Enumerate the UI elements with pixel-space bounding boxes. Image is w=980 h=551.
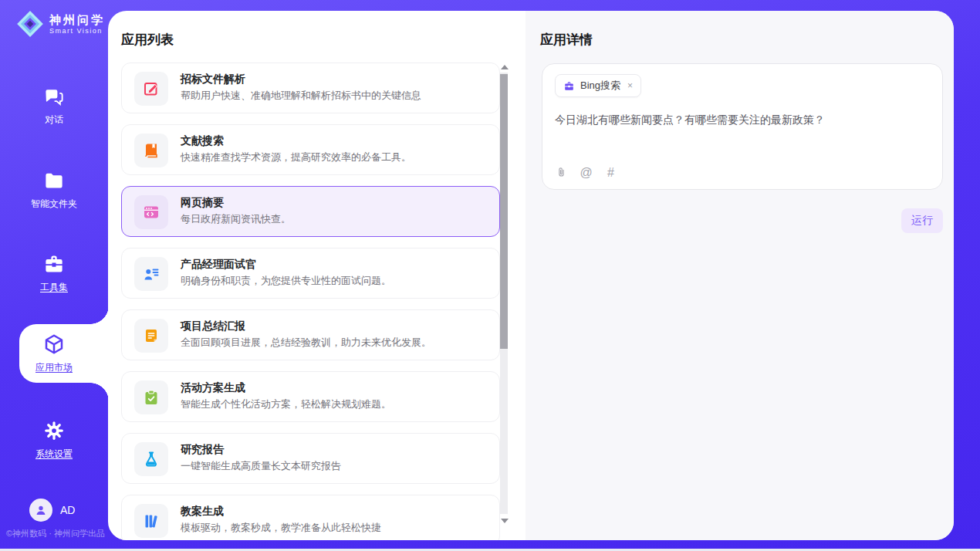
scrollbar-up-arrow[interactable] — [501, 65, 509, 69]
book-icon — [142, 141, 161, 160]
sidebar-item-label: 应用市场 — [0, 361, 108, 374]
run-button[interactable]: 运行 — [901, 208, 943, 233]
app-card-bid-parse[interactable]: 招标文件解析 帮助用户快速、准确地理解和解析招标书中的关键信息 — [121, 63, 500, 113]
app-card-title: 网页摘要 — [181, 196, 224, 210]
brand-tagline: Smart Vision — [49, 27, 105, 35]
sidebar-item-app-market[interactable]: 应用市场 — [0, 333, 108, 374]
folder-icon — [42, 169, 66, 192]
app-card-desc: 快速精准查找学术资源，提高研究效率的必备工具。 — [181, 150, 411, 164]
report-note-icon — [142, 326, 161, 345]
chip-close-icon[interactable]: × — [626, 80, 633, 91]
app-card-desc: 全面回顾项目进展，总结经验教训，助力未来优化发展。 — [181, 336, 431, 350]
query-text[interactable]: 今日湖北有哪些新闻要点？有哪些需要关注的最新政策？ — [555, 112, 925, 127]
user-avatar-icon — [34, 503, 48, 517]
app-card-project-summary[interactable]: 项目总结汇报 全面回顾项目进展，总结经验教训，助力未来优化发展。 — [121, 309, 500, 360]
app-list-panel: 应用列表 招标文件解析 帮助用户快速、准确地理解和解析招标书中的关键信息 文献搜… — [108, 11, 525, 540]
sidebar-item-settings[interactable]: 系统设置 — [0, 419, 108, 461]
sidebar-item-chat[interactable]: 对话 — [0, 85, 108, 127]
briefcase-icon — [563, 80, 575, 92]
app-card-title: 活动方案生成 — [181, 381, 245, 395]
paperclip-icon[interactable] — [555, 166, 568, 179]
diamond-logo-icon — [15, 9, 45, 39]
app-card-title: 项目总结汇报 — [181, 319, 245, 333]
main-content: 应用列表 招标文件解析 帮助用户快速、准确地理解和解析招标书中的关键信息 文献搜… — [108, 11, 954, 540]
app-card-desc: 明确身份和职责，为您提供专业性的面试问题。 — [181, 274, 391, 288]
app-card-desc: 模板驱动，教案秒成，教学准备从此轻松快捷 — [181, 521, 381, 535]
app-card-title: 产品经理面试官 — [181, 258, 256, 272]
gear-icon — [42, 419, 66, 442]
app-card-title: 研究报告 — [181, 443, 224, 457]
composer-toolbar: @ # — [555, 166, 617, 179]
app-detail-panel: 应用详情 Bing搜索 × 今日湖北有哪些新闻要点？有哪些需要关注的最新政策？ … — [525, 11, 954, 540]
app-card-lesson-plan[interactable]: 教案生成 模板驱动，教案秒成，教学准备从此轻松快捷 — [121, 495, 500, 540]
scrollbar-track[interactable] — [500, 73, 508, 514]
scrollbar-down-arrow[interactable] — [501, 519, 509, 523]
user-account[interactable]: AD — [29, 499, 75, 522]
brand-logo: 神州问学 Smart Vision — [15, 9, 105, 39]
app-card-title: 招标文件解析 — [181, 73, 245, 86]
chat-icon — [42, 85, 66, 108]
sidebar-item-label: 智能文件夹 — [0, 198, 108, 211]
app-card-pm-interviewer[interactable]: 产品经理面试官 明确身份和职责，为您提供专业性的面试问题。 — [121, 248, 500, 299]
hash-icon[interactable]: # — [604, 166, 617, 179]
document-edit-icon — [142, 79, 161, 98]
app-card-desc: 智能生成个性化活动方案，轻松解决规划难题。 — [181, 397, 391, 411]
copyright-text: ©神州数码 · 神州问学出品 — [6, 528, 114, 539]
app-card-event-plan[interactable]: 活动方案生成 智能生成个性化活动方案，轻松解决规划难题。 — [121, 371, 500, 422]
app-card-desc: 一键智能生成高质量长文本研究报告 — [181, 459, 341, 473]
app-list-title: 应用列表 — [121, 31, 174, 49]
user-name: AD — [60, 504, 75, 516]
sidebar-item-label: 工具集 — [0, 281, 108, 294]
app-window: 神州问学 Smart Vision 对话 智能文件夹 工具集 应用市场 系统设置 — [0, 0, 980, 551]
scrollbar-thumb[interactable] — [500, 74, 508, 349]
sidebar: 神州问学 Smart Vision 对话 智能文件夹 工具集 应用市场 系统设置 — [0, 0, 108, 549]
app-card-title: 文献搜索 — [181, 134, 224, 148]
app-card-literature-search[interactable]: 文献搜索 快速精准查找学术资源，提高研究效率的必备工具。 — [121, 124, 500, 175]
brand-name: 神州问学 — [49, 13, 105, 26]
browser-code-icon — [142, 203, 161, 221]
sidebar-item-smart-folders[interactable]: 智能文件夹 — [0, 169, 108, 211]
tool-chip-bing-search[interactable]: Bing搜索 × — [555, 74, 641, 97]
app-card-title: 教案生成 — [181, 505, 224, 519]
mention-icon[interactable]: @ — [580, 166, 593, 179]
app-card-desc: 帮助用户快速、准确地理解和解析招标书中的关键信息 — [181, 89, 421, 103]
avatar — [29, 499, 52, 522]
research-flask-icon — [142, 450, 161, 468]
app-detail-title: 应用详情 — [540, 31, 593, 49]
sidebar-item-label: 对话 — [0, 113, 108, 127]
app-card-list: 招标文件解析 帮助用户快速、准确地理解和解析招标书中的关键信息 文献搜索 快速精… — [121, 63, 500, 540]
cube-icon — [42, 333, 66, 356]
app-card-web-summary[interactable]: 网页摘要 每日政府新闻资讯快查。 — [121, 186, 500, 237]
app-card-desc: 每日政府新闻资讯快查。 — [181, 212, 291, 226]
sidebar-item-toolset[interactable]: 工具集 — [0, 252, 108, 294]
tool-chip-label: Bing搜索 — [580, 79, 620, 93]
toolbox-icon — [42, 252, 66, 276]
books-icon — [142, 512, 161, 530]
query-composer[interactable]: Bing搜索 × 今日湖北有哪些新闻要点？有哪些需要关注的最新政策？ @ # — [542, 63, 943, 190]
sidebar-item-label: 系统设置 — [0, 448, 108, 461]
app-card-research-report[interactable]: 研究报告 一键智能生成高质量长文本研究报告 — [121, 433, 500, 484]
clipboard-check-icon — [142, 388, 161, 407]
interviewer-icon — [142, 265, 161, 283]
